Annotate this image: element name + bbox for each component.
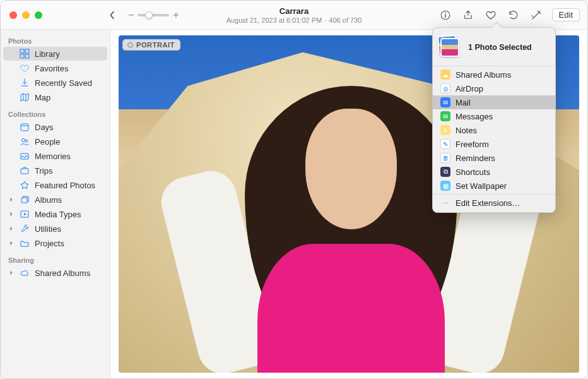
app-icon: ✉︎ xyxy=(440,97,450,107)
sidebar-section-sharing: Sharing xyxy=(1,254,110,265)
share-item-label: Notes xyxy=(456,126,477,135)
download-icon xyxy=(20,78,30,88)
chevron-right-icon xyxy=(9,270,14,275)
share-item-set-wallpaper[interactable]: ▦Set Wallpaper xyxy=(433,179,555,193)
share-item-label: Reminders xyxy=(456,153,495,163)
heart-icon xyxy=(485,9,497,21)
sidebar-item-projects[interactable]: Projects xyxy=(3,236,107,250)
share-item-label: Mail xyxy=(456,98,471,107)
share-item-shared-albums[interactable]: ☁︎Shared Albums xyxy=(433,68,555,81)
app-icon: ≣ xyxy=(440,153,450,163)
share-popover-header: 1 Photo Selected xyxy=(433,30,555,64)
media-icon xyxy=(20,209,30,219)
share-item-label: AirDrop xyxy=(456,84,483,93)
heart-icon xyxy=(20,63,30,73)
sidebar-item-library[interactable]: Library xyxy=(3,47,107,61)
info-button[interactable] xyxy=(438,8,452,22)
portrait-badge[interactable]: PORTRAIT xyxy=(122,39,180,51)
memories-icon xyxy=(20,151,30,161)
share-item-notes[interactable]: ≡Notes xyxy=(433,123,555,137)
app-icon: ▦ xyxy=(440,181,450,191)
sidebar-item-shared-albums[interactable]: Shared Albums xyxy=(3,266,107,280)
days-icon xyxy=(20,122,30,132)
ellipsis-icon: ⋯ xyxy=(440,198,450,208)
sidebar: Photos LibraryFavoritesRecently SavedMap… xyxy=(1,30,110,378)
back-button[interactable] xyxy=(105,8,119,22)
chevron-right-icon xyxy=(9,197,14,202)
share-button[interactable] xyxy=(461,8,475,22)
chevron-right-icon xyxy=(9,212,14,217)
sidebar-item-label: Favorites xyxy=(35,64,68,73)
portrait-badge-label: PORTRAIT xyxy=(136,41,175,49)
zoom-in-button[interactable]: + xyxy=(173,9,179,21)
sidebar-item-memories[interactable]: Memories xyxy=(3,149,107,163)
sidebar-item-recently-saved[interactable]: Recently Saved xyxy=(3,76,107,90)
sidebar-item-label: People xyxy=(35,137,60,147)
sidebar-item-albums[interactable]: Albums xyxy=(3,193,107,207)
projects-icon xyxy=(20,238,30,248)
shared-icon xyxy=(20,268,30,278)
info-icon xyxy=(440,9,451,21)
sidebar-item-label: Featured Photos xyxy=(35,181,95,190)
share-item-label: Freeform xyxy=(456,140,489,149)
share-item-reminders[interactable]: ≣Reminders xyxy=(433,151,555,165)
trips-icon xyxy=(20,165,30,176)
share-item-messages[interactable]: ✉︎Messages xyxy=(433,109,555,123)
sidebar-item-utilities[interactable]: Utilities xyxy=(3,222,107,236)
sidebar-item-label: Library xyxy=(35,49,60,59)
sidebar-item-media-types[interactable]: Media Types xyxy=(3,207,107,221)
sidebar-item-people[interactable]: People xyxy=(3,135,107,148)
share-item-label: Messages xyxy=(456,112,493,121)
share-item-airdrop[interactable]: ◎AirDrop xyxy=(433,81,555,95)
zoom-out-button[interactable]: − xyxy=(128,9,134,21)
sidebar-item-label: Utilities xyxy=(35,224,61,234)
rotate-icon xyxy=(508,9,519,21)
sidebar-section-collections: Collections xyxy=(1,108,110,119)
share-thumbnail-icon xyxy=(439,37,463,58)
app-icon: ✉︎ xyxy=(440,111,450,121)
sidebar-item-favorites[interactable]: Favorites xyxy=(3,61,107,75)
close-window-button[interactable] xyxy=(9,11,17,19)
photo-title: Carrara xyxy=(226,6,362,16)
share-icon xyxy=(462,9,474,21)
share-edit-extensions[interactable]: ⋯ Edit Extensions… xyxy=(433,196,555,210)
share-item-label: Shortcuts xyxy=(456,167,490,177)
share-item-freeform[interactable]: ✎Freeform xyxy=(433,137,555,151)
share-item-shortcuts[interactable]: ⧉Shortcuts xyxy=(433,165,555,179)
aperture-icon xyxy=(127,42,134,49)
minimize-window-button[interactable] xyxy=(22,11,30,19)
sidebar-item-label: Map xyxy=(35,93,50,102)
sidebar-item-featured-photos[interactable]: Featured Photos xyxy=(3,178,107,192)
zoom-slider[interactable] xyxy=(138,14,169,16)
sidebar-item-label: Trips xyxy=(35,166,52,176)
share-item-label: Set Wallpaper xyxy=(456,181,507,191)
zoom-window-button[interactable] xyxy=(35,11,42,19)
chevron-right-icon xyxy=(9,226,14,231)
sidebar-item-label: Recently Saved xyxy=(35,78,92,88)
favorite-button[interactable] xyxy=(484,8,498,22)
share-item-mail[interactable]: ✉︎Mail xyxy=(433,95,555,109)
featured-icon xyxy=(20,180,30,190)
share-selected-count: 1 Photo Selected xyxy=(468,43,532,52)
photo-subtitle: August 21, 2023 at 6:01:02 PM·406 of 730 xyxy=(226,16,362,24)
zoom-control: − + xyxy=(128,9,179,21)
albums-icon xyxy=(20,195,30,205)
share-item-label: Edit Extensions… xyxy=(456,198,520,208)
sidebar-item-label: Projects xyxy=(35,239,64,248)
rotate-button[interactable] xyxy=(507,8,520,22)
app-icon: ☁︎ xyxy=(440,69,450,80)
auto-enhance-button[interactable] xyxy=(529,8,543,22)
sidebar-item-days[interactable]: Days xyxy=(3,120,107,134)
zoom-slider-thumb[interactable] xyxy=(145,11,153,19)
sidebar-item-label: Memories xyxy=(35,152,71,161)
chevron-right-icon xyxy=(9,241,14,246)
share-popover: 1 Photo Selected ☁︎Shared Albums◎AirDrop… xyxy=(432,27,556,213)
edit-button[interactable]: Edit xyxy=(552,8,580,21)
sidebar-item-label: Days xyxy=(35,123,54,132)
sidebar-item-map[interactable]: Map xyxy=(3,90,107,104)
app-icon: ⧉ xyxy=(440,167,450,177)
sidebar-item-trips[interactable]: Trips xyxy=(3,164,107,177)
titlebar-center: Carrara August 21, 2023 at 6:01:02 PM·40… xyxy=(226,6,362,24)
map-icon xyxy=(20,92,30,102)
sidebar-section-photos: Photos xyxy=(1,35,110,46)
